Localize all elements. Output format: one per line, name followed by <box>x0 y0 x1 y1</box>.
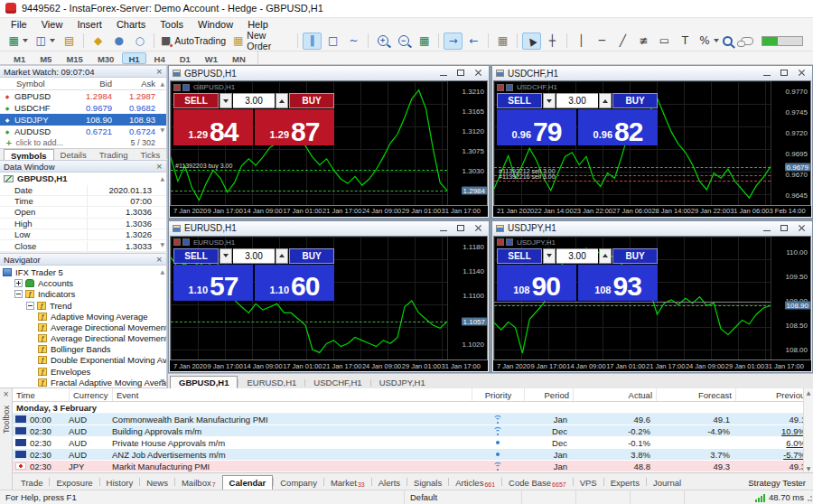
maximize-icon[interactable] <box>455 224 466 233</box>
sell-price[interactable]: 0.9679 <box>497 109 576 145</box>
timeframe-h1[interactable]: H1 <box>122 52 145 64</box>
calendar-event-row[interactable]: 02:30AUDBuilding Approvals m/mDec-0.2%-4… <box>13 425 813 437</box>
close-icon[interactable]: × <box>155 255 163 264</box>
menu-item-view[interactable]: View <box>34 19 70 30</box>
buy-button[interactable]: BUY <box>289 248 334 264</box>
toolbox-tab-alerts[interactable]: Alerts <box>372 476 406 490</box>
maximize-icon[interactable] <box>455 69 466 78</box>
sell-button[interactable]: SELL <box>173 93 219 108</box>
sell-button[interactable]: SELL <box>497 248 542 264</box>
volume-increase-button[interactable] <box>276 248 288 264</box>
close-icon[interactable]: × <box>155 67 163 76</box>
volume-input[interactable]: 3.00 <box>233 248 275 264</box>
resize-grip[interactable] <box>805 496 812 503</box>
toolbox-tab-company[interactable]: Company <box>274 476 323 490</box>
event-previous[interactable]: 6.0% <box>735 438 813 448</box>
toolbox-tab-history[interactable]: History <box>100 476 140 490</box>
horizontal-line-button[interactable]: ─ <box>593 33 612 50</box>
cursor-button[interactable]: ▲ <box>522 33 541 50</box>
time-axis[interactable]: 21 Jan 202022 Jan 14:0023 Jan 22:0027 Ja… <box>493 206 811 217</box>
chart-window-titlebar[interactable]: USDCHF,H1 <box>492 66 812 80</box>
new-order-button[interactable]: ▦New Order <box>229 33 293 50</box>
price-axis[interactable]: 0.97700.97450.97200.96950.96700.96450.96… <box>771 81 810 205</box>
timeframe-h4[interactable]: H4 <box>148 52 172 64</box>
volume-increase-button[interactable] <box>599 248 612 264</box>
menu-item-help[interactable]: Help <box>240 19 276 30</box>
toolbox-tab-market[interactable]: Market33 <box>324 476 371 490</box>
menu-item-window[interactable]: Window <box>191 19 240 30</box>
calendar-event-row[interactable]: 02:30AUDANZ Job Advertisements m/mJan3.8… <box>13 449 813 461</box>
menu-item-file[interactable]: File <box>4 19 34 30</box>
calendar-event-row[interactable]: 00:00AUDCommonwealth Bank Manufacturing … <box>13 414 813 425</box>
chart-tab-eurusd[interactable]: EURUSD,H1 <box>238 377 304 388</box>
market-watch-row[interactable]: ◆USDJPY108.90108.93 <box>0 114 166 126</box>
volume-input[interactable]: 3.00 <box>233 93 275 108</box>
search-icon[interactable] <box>723 36 733 46</box>
close-icon[interactable]: × <box>155 162 163 171</box>
navigator-item[interactable]: ƒDouble Exponential Moving Av <box>0 355 166 366</box>
chart-shift-button[interactable]: ← <box>464 33 483 50</box>
close-icon[interactable] <box>472 69 483 78</box>
close-icon[interactable] <box>796 69 807 78</box>
navigator-item[interactable]: ƒAverage Directional Movement <box>0 332 166 343</box>
timeframe-m15[interactable]: M15 <box>60 52 89 64</box>
buy-price[interactable]: 0.9682 <box>578 109 658 145</box>
toolbox-tab-experts[interactable]: Experts <box>604 476 646 490</box>
candlestick-chart-button[interactable]: □ <box>323 33 342 50</box>
zoom-out-button[interactable]: − <box>394 33 413 50</box>
navigator-item[interactable]: ƒAverage Directional Movement <box>0 322 166 332</box>
scroll-down-icon[interactable]: ▼ <box>160 378 164 384</box>
close-icon[interactable] <box>472 224 483 233</box>
collapse-icon[interactable] <box>26 302 34 310</box>
chart-canvas[interactable]: USDJPY,H1 SELL 3.00 BUY 10890 10893 <box>494 237 771 360</box>
price-axis[interactable]: 1.32101.31651.31201.30751.30301.2984 <box>447 81 487 205</box>
crosshair-button[interactable]: ┼ <box>543 33 562 50</box>
volume-decrease-button[interactable] <box>543 248 556 264</box>
time-axis[interactable]: 7 Jan 20209 Jan 17:0014 Jan 09:0017 Jan … <box>170 360 488 371</box>
navigator-item[interactable]: IFX Trader 5 <box>0 266 166 277</box>
chart-window-titlebar[interactable]: EURUSD,H1 <box>169 221 489 236</box>
scroll-up-icon[interactable]: ▲ <box>807 389 811 396</box>
timeframe-m5[interactable]: M5 <box>33 52 58 64</box>
toolbox-tab-exposure[interactable]: Exposure <box>50 476 98 490</box>
event-previous[interactable]: 10.9% <box>735 426 813 436</box>
toolbox-tab-vps[interactable]: VPS <box>574 476 603 490</box>
toolbox-tab-articles[interactable]: Articles661 <box>449 476 501 490</box>
tile-windows-button[interactable]: ▦ <box>415 33 434 50</box>
chart-tab-gbpusd[interactable]: GBPUSD,H1 <box>170 376 238 388</box>
calendar-event-row[interactable]: 02:30AUDPrivate House Approvals m/mDec-0… <box>13 437 813 449</box>
timeframe-m30[interactable]: M30 <box>91 52 120 64</box>
toolbox-tab-code-base[interactable]: Code Base6657 <box>502 476 573 490</box>
volume-input[interactable]: 3.00 <box>556 248 598 264</box>
sell-price[interactable]: 1.1057 <box>173 265 253 301</box>
community-button[interactable]: ● <box>109 33 128 50</box>
volume-increase-button[interactable] <box>276 93 288 108</box>
calendar-scrollbar[interactable]: ▲ ▼ <box>803 388 813 472</box>
toolbox-tab-news[interactable]: News <box>140 476 174 490</box>
strategy-tester-label[interactable]: Strategy Tester <box>741 476 813 490</box>
navigator-item[interactable]: ƒIndicators <box>0 289 166 300</box>
navigator-item[interactable]: ƒBollinger Bands <box>0 344 166 355</box>
navigator-item[interactable]: ƒAdaptive Moving Average <box>0 311 166 322</box>
market-watch-row[interactable]: ◆AUDUSD0.67210.6724 <box>0 126 166 137</box>
menu-item-charts[interactable]: Charts <box>109 19 153 30</box>
navigator-item[interactable]: ƒEnvelopes <box>0 366 166 377</box>
maximize-icon[interactable] <box>779 69 790 78</box>
market-watch-add-row[interactable]: + click to add... 5 / 302 <box>0 137 166 148</box>
expand-icon[interactable] <box>14 279 23 287</box>
signals-broadcast-button[interactable]: ○ <box>130 33 149 50</box>
buy-price[interactable]: 10893 <box>578 265 658 301</box>
toolbox-tab-calendar[interactable]: Calendar <box>222 475 274 490</box>
volume-decrease-button[interactable] <box>220 248 232 264</box>
market-watch-row[interactable]: ◆USDCHF0.96790.9682 <box>0 102 166 114</box>
price-axis[interactable]: 1.11801.11401.11001.10201.1057 <box>447 237 487 360</box>
timeframe-w1[interactable]: W1 <box>199 52 224 64</box>
scroll-down-icon[interactable]: ▼ <box>160 126 164 133</box>
navigator-item[interactable]: Accounts <box>0 278 166 289</box>
chart-canvas[interactable]: GBPUSD,H1 SELL 3.00 BUY 1.2984 1.2987 <box>171 81 447 205</box>
sell-price[interactable]: 10890 <box>497 265 576 301</box>
minimize-icon[interactable] <box>762 224 772 233</box>
line-chart-button[interactable]: ~ <box>344 33 363 50</box>
menu-item-tools[interactable]: Tools <box>153 19 191 30</box>
buy-price[interactable]: 1.2987 <box>255 109 334 145</box>
